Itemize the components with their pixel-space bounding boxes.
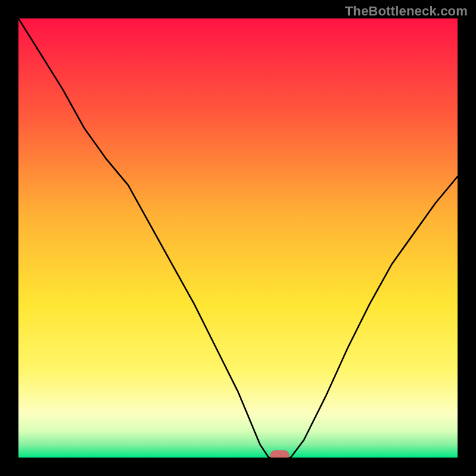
chart-plot xyxy=(18,18,458,458)
optimal-marker xyxy=(270,450,289,458)
watermark-text: TheBottleneck.com xyxy=(345,4,468,19)
chart-svg xyxy=(18,18,458,458)
chart-frame: TheBottleneck.com xyxy=(0,0,476,476)
